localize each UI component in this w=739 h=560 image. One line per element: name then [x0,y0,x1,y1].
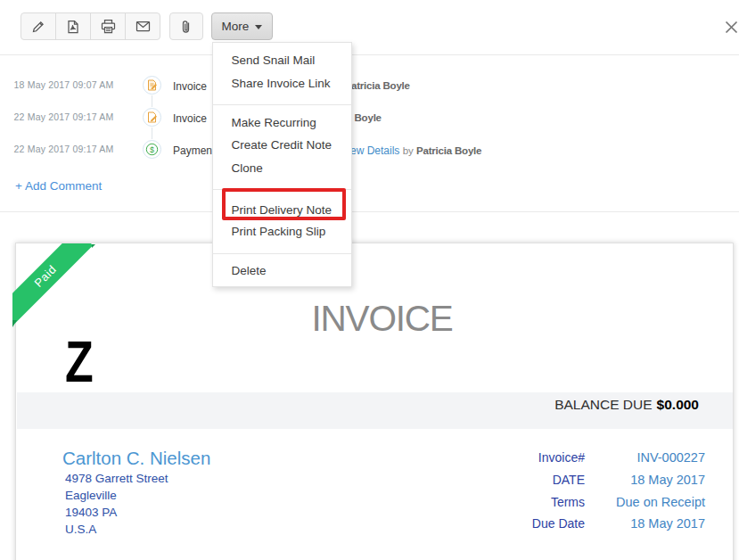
svg-text:$: $ [150,144,154,153]
